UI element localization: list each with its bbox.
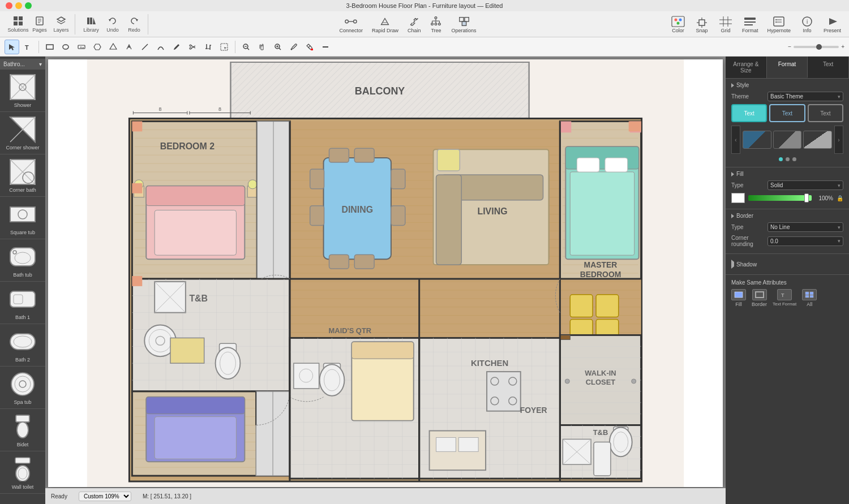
shadow-section-header[interactable]: Shadow <box>731 257 843 271</box>
zoom-select-wrapper[interactable]: Custom 109% 100% 75% 50% <box>79 492 131 501</box>
library-button[interactable]: Library <box>81 14 101 35</box>
pen-tool[interactable] <box>122 40 136 54</box>
style-next-button[interactable]: › <box>834 126 843 154</box>
sidebar-item-square-tub[interactable]: Square tub <box>0 197 45 239</box>
operations-button[interactable]: Operations <box>449 14 478 35</box>
scissor-tool[interactable] <box>185 40 200 54</box>
line-tool[interactable] <box>138 40 152 54</box>
info-label: Info <box>803 28 811 33</box>
svg-rect-393 <box>810 295 813 298</box>
theme-btn-outline2[interactable]: Text <box>808 104 843 122</box>
fill-type-select[interactable]: Solid ▾ <box>767 180 843 190</box>
svg-rect-381 <box>132 183 142 193</box>
floor-plan[interactable]: BALCONY <box>48 59 723 487</box>
select-tool[interactable] <box>5 40 19 54</box>
theme-btn-outline[interactable]: Text <box>769 104 805 122</box>
hypernote-button[interactable]: Hypernote <box>764 14 794 35</box>
line-style-tool[interactable] <box>318 40 333 54</box>
canvas-area[interactable]: BALCONY <box>45 57 726 504</box>
color-label: Color <box>672 28 684 33</box>
sidebar-item-corner-bath[interactable]: Corner bath <box>0 154 45 197</box>
snap-button[interactable]: Snap <box>691 14 713 35</box>
sidebar-item-spa-tub[interactable]: Spa tub <box>0 367 45 409</box>
brush-tool[interactable] <box>169 40 184 54</box>
sidebar-item-bidet[interactable]: Bidet <box>0 409 45 451</box>
zoom-out-icon[interactable]: − <box>788 44 791 50</box>
svg-text:BEDROOM 2: BEDROOM 2 <box>160 141 215 151</box>
tab-arrange-size[interactable]: Arrange & Size <box>726 57 767 78</box>
pages-button[interactable]: Pages <box>29 14 50 35</box>
fill-tool[interactable] <box>302 40 317 54</box>
maximize-window-button[interactable] <box>25 2 32 9</box>
fill-section-header[interactable]: Fill <box>731 171 843 177</box>
right-panel: Arrange & Size Format Text Style Theme B… <box>726 57 849 504</box>
zoom-minus-button[interactable] <box>239 40 254 54</box>
tab-format[interactable]: Format <box>767 57 808 78</box>
sidebar-item-bath1[interactable]: Bath 1 <box>0 282 45 324</box>
arc-tool[interactable] <box>153 40 168 54</box>
layers-button[interactable]: Layers <box>51 14 71 35</box>
chain-button[interactable]: Chain <box>405 14 423 35</box>
fill-color-swatch[interactable] <box>731 193 745 203</box>
style-preview-3[interactable] <box>803 131 832 149</box>
border-section-header[interactable]: Border <box>731 213 843 219</box>
sidebar-header[interactable]: Bathro... ▾ <box>0 59 45 70</box>
close-window-button[interactable] <box>6 2 12 9</box>
svg-rect-370 <box>560 335 570 339</box>
shadow-section: Shadow <box>726 254 849 275</box>
shape-tool[interactable] <box>106 40 121 54</box>
eyedropper-tool[interactable] <box>286 40 301 54</box>
minimize-window-button[interactable] <box>15 2 22 9</box>
style-preview-1[interactable] <box>743 131 771 149</box>
fill-gradient-slider[interactable] <box>748 195 812 201</box>
process-tool[interactable] <box>90 40 105 54</box>
tab-text[interactable]: Text <box>808 57 849 78</box>
sidebar-item-bath2[interactable]: Bath 2 <box>0 324 45 367</box>
zoom-select[interactable]: Custom 109% 100% 75% 50% <box>79 492 131 501</box>
sidebar-item-wall-toilet[interactable]: Wall toilet <box>0 451 45 494</box>
select-region-tool[interactable] <box>217 40 231 54</box>
zoom-slider[interactable] <box>794 46 839 48</box>
style-prev-button[interactable]: ‹ <box>731 126 740 154</box>
sidebar-item-bath-tub[interactable]: Bath tub <box>0 239 45 282</box>
color-button[interactable]: Color <box>667 14 689 35</box>
style-preview-2[interactable] <box>773 131 802 149</box>
svg-rect-249 <box>436 175 462 265</box>
solutions-button[interactable]: Solutions <box>8 14 28 35</box>
text-label-tool[interactable]: Aa <box>74 40 89 54</box>
corner-bath-label: Corner bath <box>9 187 36 193</box>
fill-color-row: 100% 🔒 <box>731 193 843 203</box>
hand-tool[interactable] <box>255 40 269 54</box>
text-tool[interactable]: T <box>20 40 35 54</box>
corner-rounding-input[interactable]: 0.0 ▾ <box>767 236 843 246</box>
format-button[interactable]: Format <box>739 14 762 35</box>
sidebar-item-corner-shower[interactable]: Corner shower <box>0 112 45 154</box>
svg-text:DINING: DINING <box>341 205 373 214</box>
grid-button[interactable]: Grid <box>715 14 736 35</box>
make-same-border[interactable]: Border <box>752 289 767 307</box>
svg-rect-3 <box>19 21 23 25</box>
info-button[interactable]: i Info <box>796 14 818 35</box>
ellipse-tool[interactable] <box>58 40 73 54</box>
make-same-all[interactable]: All <box>802 289 817 307</box>
fill-percent-lock[interactable]: 🔒 <box>837 195 843 201</box>
redo-button[interactable]: Redo <box>124 14 144 35</box>
rapid-draw-button[interactable]: Rapid Draw <box>370 14 401 35</box>
tree-button[interactable]: Tree <box>427 14 444 35</box>
theme-btn-teal[interactable]: Text <box>731 104 767 122</box>
connector-button[interactable]: Connector <box>337 14 365 35</box>
style-section-label: Style <box>736 82 749 88</box>
make-same-text-format[interactable]: T Text Format <box>773 289 796 307</box>
theme-select[interactable]: Basic Theme ▾ <box>767 92 843 101</box>
zoom-plus-button[interactable] <box>271 40 285 54</box>
rect-tool[interactable] <box>42 40 57 54</box>
style-section-header[interactable]: Style <box>731 82 843 88</box>
present-button[interactable]: Present <box>820 14 844 35</box>
svg-rect-239 <box>391 169 405 189</box>
border-type-select[interactable]: No Line ▾ <box>767 222 843 232</box>
sidebar-item-shower[interactable]: Shower <box>0 70 45 112</box>
zoom-in-icon[interactable]: + <box>841 44 844 50</box>
undo-button[interactable]: Undo <box>102 14 123 35</box>
crop-tool[interactable] <box>201 40 216 54</box>
make-same-fill[interactable]: Fill <box>731 289 746 307</box>
